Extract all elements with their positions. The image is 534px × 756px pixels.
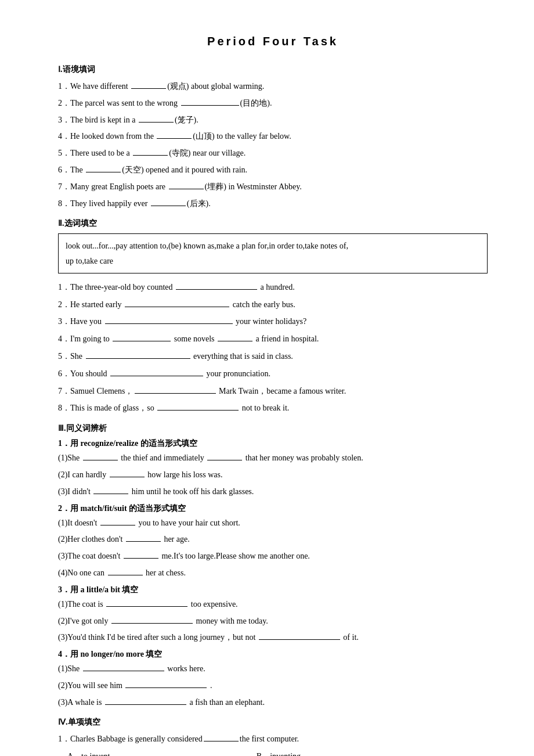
q4-1-optA: A．to invent	[67, 749, 257, 756]
q3-2-3: (3)The coat doesn't me.It's too large.Pl…	[58, 549, 488, 563]
q2-6: 6．You should your pronunciation.	[58, 367, 488, 381]
q3-3-3: (3)You'd think I'd be tired after such a…	[58, 631, 488, 645]
q2-2: 2．He started early catch the early bus.	[58, 298, 488, 312]
q3-2-2: (2)Her clothes don't her age.	[58, 532, 488, 546]
q1-4: 4．He looked down from the (山顶) to the va…	[58, 129, 488, 143]
sub-section-3-1: 1．用 recognize/realize 的适当形式填空 (1)She the…	[58, 438, 488, 498]
q2-5: 5．She everything that is said in class.	[58, 350, 488, 363]
page-title: Period Four Task	[58, 35, 488, 48]
q1-5: 5．There used to be a (寺院) near our villa…	[58, 146, 488, 160]
q2-3: 3．Have you your winter holidays?	[58, 315, 488, 329]
q3-3-1: (1)The coat is too expensive.	[58, 597, 488, 611]
q1-2: 2．The parcel was sent to the wrong (目的地)…	[58, 96, 488, 110]
q3-3-2: (2)I've got only money with me today.	[58, 614, 488, 628]
sub-heading-3-4: 4．用 no longer/no more 填空	[58, 649, 488, 660]
q4-1: 1．Charles Babbage is generally considere…	[58, 732, 488, 756]
q3-1-3: (3)I didn't him until he took off his da…	[58, 485, 488, 499]
q1-7: 7．Many great English poets are (埋葬) in W…	[58, 180, 488, 194]
q2-4: 4．I'm going to some novels a friend in h…	[58, 332, 488, 346]
section-4-heading: Ⅳ.单项填空	[58, 717, 488, 728]
section-2-heading: Ⅱ.选词填空	[58, 218, 488, 229]
q3-4-3: (3)A whale is a fish than an elephant.	[58, 696, 488, 710]
q2-1: 1．The three-year-old boy counted a hundr…	[58, 280, 488, 294]
q4-1-options: A．to invent B．inventing C．to have invent…	[67, 749, 488, 756]
q3-4-2: (2)You will see him .	[58, 679, 488, 693]
q3-1-2: (2)I can hardly how large his loss was.	[58, 468, 488, 482]
section-1-heading: Ⅰ.语境填词	[58, 64, 488, 75]
word-box: look out...for...,pay attention to,(be) …	[58, 233, 488, 273]
sub-heading-3-2: 2．用 match/fit/suit 的适当形式填空	[58, 503, 488, 514]
section-2: Ⅱ.选词填空 look out...for...,pay attention t…	[58, 218, 488, 415]
q1-3: 3．The bird is kept in a (笼子).	[58, 113, 488, 127]
q1-1: 1．We have different (观点) about global wa…	[58, 80, 488, 93]
q1-6: 6．The (天空) opened and it poured with rai…	[58, 163, 488, 177]
sub-heading-3-1: 1．用 recognize/realize 的适当形式填空	[58, 438, 488, 449]
q1-8: 8．They lived happily ever (后来).	[58, 197, 488, 211]
sub-section-3-3: 3．用 a little/a bit 填空 (1)The coat is too…	[58, 585, 488, 645]
section-4: Ⅳ.单项填空 1．Charles Babbage is generally co…	[58, 717, 488, 756]
section-3-heading: Ⅲ.同义词辨析	[58, 423, 488, 434]
sub-section-3-2: 2．用 match/fit/suit 的适当形式填空 (1)It doesn't…	[58, 503, 488, 580]
section-1: Ⅰ.语境填词 1．We have different (观点) about gl…	[58, 64, 488, 210]
q4-1-optB: B．inventing	[257, 749, 446, 756]
q2-7: 7．Samuel Clemens， Mark Twain，became a fa…	[58, 384, 488, 398]
section-2-questions: 1．The three-year-old boy counted a hundr…	[58, 280, 488, 415]
q4-1-text: 1．Charles Babbage is generally considere…	[58, 732, 488, 746]
q3-1-1: (1)She the thief and immediately that he…	[58, 451, 488, 465]
q3-2-4: (4)No one can her at chess.	[58, 566, 488, 580]
section-3: Ⅲ.同义词辨析 1．用 recognize/realize 的适当形式填空 (1…	[58, 423, 488, 709]
sub-section-3-4: 4．用 no longer/no more 填空 (1)She works he…	[58, 649, 488, 709]
q3-4-1: (1)She works here.	[58, 662, 488, 676]
q3-2-1: (1)It doesn't you to have your hair cut …	[58, 516, 488, 530]
sub-heading-3-3: 3．用 a little/a bit 填空	[58, 585, 488, 595]
q2-8: 8．This is made of glass，so not to break …	[58, 401, 488, 415]
